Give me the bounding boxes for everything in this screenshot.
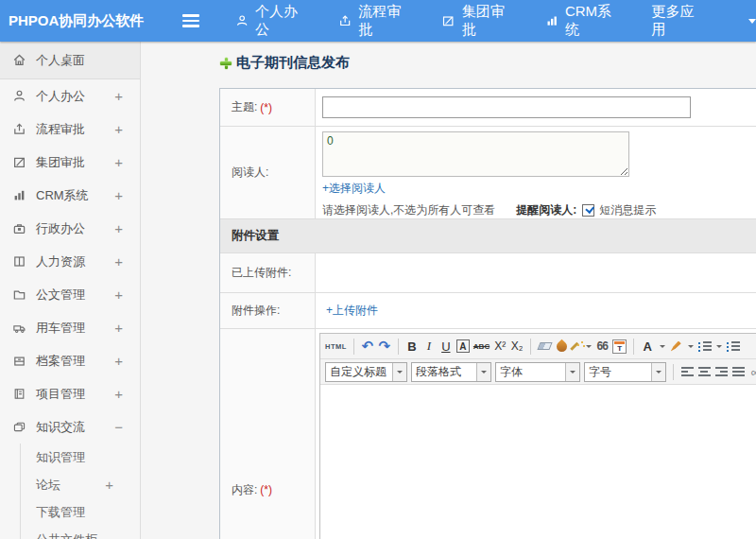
collapse-minus-toggle[interactable]: −: [114, 419, 123, 435]
editor-content-area[interactable]: [320, 385, 756, 539]
nav-workflow-approval[interactable]: 流程审批: [338, 3, 409, 39]
expand-plus-toggle[interactable]: +: [114, 320, 123, 336]
sidebar-item-archive-management[interactable]: 档案管理 +: [0, 344, 140, 377]
sidebar-item-admin-office[interactable]: 行政办公 +: [0, 212, 140, 245]
folder-icon: [12, 287, 26, 302]
sidebar-item-group-approval[interactable]: 集团审批 +: [0, 146, 140, 179]
subject-label: 主题: (*): [220, 89, 316, 126]
font-family-select[interactable]: 字体: [495, 362, 580, 382]
caret-down-icon[interactable]: [748, 19, 756, 24]
align-right-icon: [715, 367, 728, 376]
caret-down-icon[interactable]: [716, 345, 722, 348]
font-color-button[interactable]: A: [641, 337, 654, 356]
paste-text-button[interactable]: T: [612, 337, 627, 356]
sidebar-subitem-download-management[interactable]: 下载管理: [21, 498, 140, 526]
share-icon: [12, 122, 26, 136]
bold-button[interactable]: B: [405, 337, 419, 356]
sidebar-item-label: 行政办公: [36, 220, 85, 237]
italic-button[interactable]: I: [422, 337, 436, 356]
readers-row: 阅读人: 0 +选择阅读人 请选择阅读人,不选为所有人可查看 提醒阅读人: 短消…: [220, 127, 756, 219]
insert-link-button[interactable]: ∞: [748, 362, 756, 381]
sidebar-item-personal-desktop[interactable]: 个人桌面: [0, 42, 140, 79]
subscript-button[interactable]: X₂: [510, 337, 524, 356]
editor-toolbar-row-1: HTML ↶ ↷ B I U A ABC X² X₂: [320, 334, 756, 359]
paragraph-format-select[interactable]: 段落格式: [411, 362, 491, 382]
highlighter-icon: [671, 341, 681, 352]
font-size-select[interactable]: 字号: [584, 362, 666, 382]
sms-option-label: 短消息提示: [599, 202, 656, 218]
expand-plus-toggle[interactable]: +: [105, 477, 113, 493]
align-center-button[interactable]: [697, 362, 711, 381]
expand-plus-toggle[interactable]: +: [114, 253, 123, 270]
html-source-button[interactable]: HTML: [325, 337, 347, 356]
autotypeset-wand-button[interactable]: [572, 337, 592, 356]
align-right-button[interactable]: [714, 362, 728, 381]
hamburger-menu-icon[interactable]: [182, 14, 199, 27]
nav-crm-system[interactable]: CRM系统: [545, 3, 620, 39]
expand-plus-toggle[interactable]: +: [114, 187, 123, 203]
edit-icon: [12, 155, 26, 169]
sidebar-item-project-management[interactable]: 项目管理 +: [0, 377, 140, 410]
expand-plus-toggle[interactable]: +: [114, 220, 123, 236]
caret-down-icon[interactable]: [688, 345, 694, 348]
expand-plus-toggle[interactable]: +: [114, 121, 123, 137]
select-readers-link[interactable]: +选择阅读人: [322, 182, 386, 195]
magic-wand-icon: [572, 340, 584, 353]
sidebar-subitem-forum[interactable]: 论坛 +: [21, 471, 140, 498]
unordered-list-button[interactable]: [726, 337, 739, 356]
expand-plus-toggle[interactable]: +: [114, 386, 123, 402]
subject-input[interactable]: [322, 96, 691, 118]
publish-form: 主题: (*) 阅读人: 0 +选择阅读人 请选择阅读人,不选为所: [219, 88, 756, 539]
nav-personal-office[interactable]: 个人办公: [235, 3, 306, 39]
align-center-icon: [698, 367, 711, 376]
redo-button[interactable]: ↷: [378, 337, 391, 356]
readers-textarea[interactable]: 0: [322, 131, 629, 177]
share-icon: [338, 13, 352, 28]
align-left-button[interactable]: [680, 362, 694, 381]
expand-plus-toggle[interactable]: +: [114, 353, 123, 369]
blockquote-button[interactable]: 66: [595, 337, 609, 356]
caret-down-icon: [586, 345, 592, 348]
caret-down-icon[interactable]: [660, 345, 665, 348]
nav-group-approval[interactable]: 集团审批: [441, 3, 512, 39]
sidebar: 个人桌面 个人办公 + 流程审批 + 集团审批 + CRM系统 + 行政办公 +: [0, 42, 141, 539]
sidebar-item-vehicle-management[interactable]: 用车管理 +: [0, 311, 140, 344]
upload-attachment-link[interactable]: +上传附件: [326, 303, 756, 319]
superscript-button[interactable]: X²: [493, 337, 507, 356]
ordered-list-button[interactable]: [697, 337, 711, 356]
strikethrough-button[interactable]: ABC: [473, 337, 490, 356]
nav-more-apps[interactable]: 更多应用: [652, 3, 703, 39]
sidebar-item-label: CRM系统: [36, 187, 89, 204]
remove-format-eraser-button[interactable]: [538, 337, 551, 356]
custom-heading-select[interactable]: 自定义标题: [325, 362, 407, 382]
sidebar-item-workflow-approval[interactable]: 流程审批 +: [0, 113, 140, 146]
undo-button[interactable]: ↶: [361, 337, 374, 356]
top-nav: 个人办公 流程审批 集团审批 CRM系统 更多应用: [235, 3, 756, 39]
sidebar-item-knowledge-exchange[interactable]: 知识交流 −: [0, 410, 140, 443]
sidebar-item-human-resources[interactable]: 人力资源 +: [0, 245, 140, 278]
font-border-button[interactable]: A: [456, 339, 470, 353]
page-title-text: 电子期刊信息发布: [236, 54, 350, 72]
editor-toolbar-row-2: 自定义标题 段落格式 字体: [320, 359, 756, 385]
sidebar-subitem-public-file-cabinet[interactable]: 公共文件柜: [21, 526, 140, 539]
expand-plus-toggle[interactable]: +: [114, 154, 123, 170]
sms-notify-checkbox[interactable]: [582, 204, 594, 217]
home-icon: [12, 53, 26, 67]
sidebar-item-label: 用车管理: [36, 320, 85, 337]
sidebar-item-personal-office[interactable]: 个人办公 +: [0, 79, 140, 113]
sidebar-item-label: 个人桌面: [36, 52, 85, 69]
section-title: 附件设置: [232, 228, 279, 244]
underline-button[interactable]: U: [439, 337, 453, 356]
sidebar-subitem-knowledge-management[interactable]: 知识管理: [21, 443, 140, 471]
nav-label: 更多应用: [652, 3, 703, 39]
required-mark: (*): [260, 483, 272, 496]
sidebar-subitem-label: 公共文件柜: [36, 531, 97, 539]
highlight-color-button[interactable]: [669, 337, 682, 356]
sidebar-item-document-management[interactable]: 公文管理 +: [0, 278, 140, 311]
expand-plus-toggle[interactable]: +: [114, 88, 123, 104]
page-title: 电子期刊信息发布: [219, 54, 756, 72]
format-brush-button[interactable]: [555, 337, 568, 356]
justify-button[interactable]: [731, 362, 745, 381]
expand-plus-toggle[interactable]: +: [114, 287, 123, 303]
sidebar-item-crm-system[interactable]: CRM系统 +: [0, 179, 140, 212]
